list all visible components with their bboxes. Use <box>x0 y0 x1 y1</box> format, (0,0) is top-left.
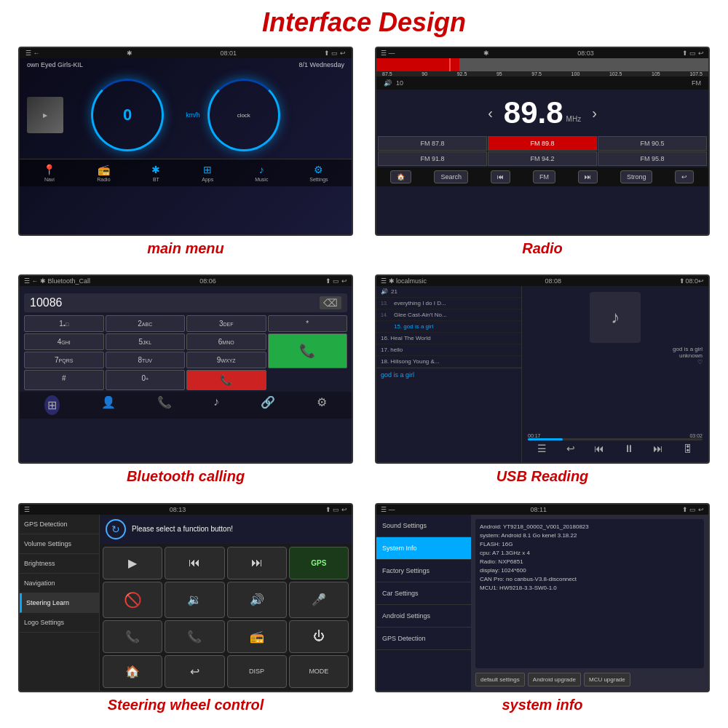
preset-1[interactable]: FM 87.8 <box>378 136 487 151</box>
mm-bottom-nav[interactable]: 📍 Navi 📻 Radio ✱ BT ⊞ Apps <box>20 159 352 186</box>
steer-btn-next[interactable]: ⏭ <box>227 547 287 579</box>
steer-btn-radio[interactable]: 📻 <box>227 620 287 653</box>
usb-play-btn[interactable]: ⏸ <box>624 443 634 454</box>
sysinfo-sidebar-car[interactable]: Car Settings <box>376 582 471 605</box>
steer-btn-play[interactable]: ▶ <box>103 547 162 579</box>
radio-prev-btn[interactable]: ‹ <box>488 105 493 122</box>
bt-key-hash[interactable]: # <box>24 370 104 390</box>
bt-key-end[interactable]: 📞 <box>186 370 266 390</box>
bt-key-6[interactable]: 6MNO <box>186 333 266 350</box>
bt-key-call[interactable]: 📞 <box>268 333 348 368</box>
screen-sysinfo[interactable]: ☰ — 08:11 ⬆ ▭ ↩ Sound Settings System In… <box>375 503 710 692</box>
bt-icon-keypad[interactable]: ⊞ <box>44 395 60 415</box>
steer-btn-disp[interactable]: DISP <box>227 655 287 688</box>
bt-icon-contacts[interactable]: 👤 <box>101 395 116 415</box>
usb-track-18[interactable]: 18. Hillsong Young &... <box>376 356 521 368</box>
sysinfo-mcu-upgrade-btn[interactable]: MCU upgrade <box>584 673 630 687</box>
screen-steering[interactable]: ☰ 08:13 ⬆ ▭ ↩ GPS Detection Volume Setti… <box>18 503 353 692</box>
steer-btn-home[interactable]: 🏠 <box>103 655 162 688</box>
radio-search-btn[interactable]: Search <box>434 170 468 183</box>
mm-nav-radio[interactable]: 📻 Radio <box>97 164 110 182</box>
steer-sidebar-navigation[interactable]: Navigation <box>20 574 99 593</box>
steer-sidebar-steering[interactable]: Steering Learn <box>20 593 99 613</box>
bt-backspace-btn[interactable]: ⌫ <box>320 296 341 309</box>
steer-status-left: ☰ <box>24 506 30 513</box>
steer-sidebar-gps[interactable]: GPS Detection <box>20 515 99 534</box>
steer-sidebar-logo[interactable]: Logo Settings <box>20 613 99 633</box>
preset-2[interactable]: FM 89.8 <box>488 136 597 151</box>
preset-5[interactable]: FM 94.2 <box>488 151 597 166</box>
usb-track-13[interactable]: 13. everything I do I D... <box>376 298 521 309</box>
steer-btn-endcall[interactable]: 📞 <box>165 620 224 653</box>
steer-sidebar-volume[interactable]: Volume Settings <box>20 534 99 554</box>
preset-6[interactable]: FM 95.8 <box>598 151 707 166</box>
preset-3[interactable]: FM 90.5 <box>598 136 707 151</box>
steer-btn-back[interactable]: ↩ <box>165 655 224 688</box>
bt-key-star[interactable]: * <box>268 315 348 332</box>
bt-key-3[interactable]: 3DEF <box>186 315 266 332</box>
mm-nav-bt[interactable]: ✱ BT <box>151 164 160 182</box>
usb-status-right: ⬆08:0↩ <box>679 277 704 285</box>
screen-bluetooth[interactable]: ☰ ← ✱ Bluetooth_Call 08:06 ⬆ ▭ ↩ 10086 ⌫… <box>18 274 353 464</box>
radio-next-track-btn[interactable]: ⏭ <box>578 170 598 183</box>
steer-btn-gps[interactable]: GPS <box>289 547 349 579</box>
bt-key-7[interactable]: 7PQRS <box>24 352 104 368</box>
usb-track-15[interactable]: 15. god is a girl <box>376 321 521 333</box>
screen-usb[interactable]: ☰ ✱ localmusic 08:08 ⬆08:0↩ 🔊 21 13. eve… <box>375 274 710 464</box>
usb-eq-icon[interactable]: 🎛 <box>683 443 693 454</box>
bt-key-1[interactable]: 1ₒ□ <box>24 315 104 332</box>
preset-4[interactable]: FM 91.8 <box>378 151 487 166</box>
steer-sidebar-brightness[interactable]: Brightness <box>20 554 99 574</box>
sysinfo-android-upgrade-btn[interactable]: Android upgrade <box>528 673 581 687</box>
steer-btn-mute[interactable]: 🚫 <box>103 582 162 618</box>
usb-track-17[interactable]: 17. hello <box>376 344 521 356</box>
usb-favorite-icon[interactable]: ♡ <box>673 359 703 365</box>
sysinfo-sidebar-gps[interactable]: GPS Detection <box>376 628 471 650</box>
bt-key-2[interactable]: 2ABC <box>106 315 186 332</box>
bt-key-0[interactable]: 0+ <box>106 370 186 390</box>
steer-btn-mode[interactable]: MODE <box>289 655 349 688</box>
sysinfo-sidebar-android[interactable]: Android Settings <box>376 605 471 628</box>
mm-nav-settings[interactable]: ⚙ Settings <box>309 164 328 182</box>
radio-next-btn[interactable]: › <box>592 105 597 122</box>
radio-strong-btn[interactable]: Strong <box>620 170 653 183</box>
bt-key-8[interactable]: 8TUV <box>106 352 186 368</box>
steer-refresh-icon[interactable]: ↻ <box>106 519 126 539</box>
steer-btn-prev[interactable]: ⏮ <box>165 547 224 579</box>
usb-playlist-icon[interactable]: ☰ <box>537 443 547 454</box>
screen-main-menu[interactable]: ☰ ← ✱ 08:01 ⬆ ▭ ↩ own Eyed Girls-KIL 8/1… <box>18 47 353 236</box>
bt-icon-link[interactable]: 🔗 <box>261 395 275 415</box>
radio-back-btn[interactable]: ↩ <box>675 170 694 183</box>
sysinfo-sidebar-sound[interactable]: Sound Settings <box>376 515 471 537</box>
radio-bt-icon: ✱ <box>483 50 489 57</box>
usb-next-btn[interactable]: ⏭ <box>653 443 663 454</box>
usb-track-16[interactable]: 16. Heal The World <box>376 333 521 344</box>
screen-radio[interactable]: ☰ — ✱ 08:03 ⬆ ▭ ↩ 87.59092.59597.5100102… <box>375 47 710 236</box>
steer-btn-call[interactable]: 📞 <box>103 620 162 653</box>
bt-key-4[interactable]: 4GHI <box>24 333 104 350</box>
mm-nav-music[interactable]: ♪ Music <box>255 164 268 182</box>
sysinfo-sidebar-system[interactable]: System Info <box>376 537 471 560</box>
sysinfo-sidebar-factory[interactable]: Factory Settings <box>376 560 471 582</box>
radio-prev-track-btn[interactable]: ⏮ <box>491 170 510 183</box>
bt-icon-settings[interactable]: ⚙ <box>317 395 327 415</box>
bt-key-9[interactable]: 9WXYZ <box>186 352 266 368</box>
bt-icon-recent[interactable]: 📞 <box>157 395 172 415</box>
usb-track-14[interactable]: 14. Glee Cast-Ain't No... <box>376 309 521 321</box>
usb-prev-btn[interactable]: ⏮ <box>594 443 604 454</box>
radio-home-btn[interactable]: 🏠 <box>390 170 411 183</box>
radio-fm-btn[interactable]: FM <box>533 170 555 183</box>
mm-nav-navi[interactable]: 📍 Navi <box>43 164 55 182</box>
mm-nav-apps[interactable]: ⊞ Apps <box>202 164 213 182</box>
usb-repeat-icon[interactable]: ↩ <box>566 443 575 454</box>
bt-key-5[interactable]: 5JKL <box>106 333 186 350</box>
steer-btn-mic[interactable]: 🎤 <box>289 582 349 618</box>
sysinfo-default-btn[interactable]: default settings <box>475 673 525 687</box>
radio-controls: 🏠 Search ⏮ FM ⏭ Strong ↩ <box>376 167 708 186</box>
bt-number-display: 10086 ⌫ <box>24 293 347 312</box>
sysinfo-status-right: ⬆ ▭ ↩ <box>682 506 704 513</box>
steer-btn-vol-up[interactable]: 🔊 <box>227 582 287 618</box>
bt-icon-music[interactable]: ♪ <box>213 395 219 415</box>
steer-btn-vol-down[interactable]: 🔉 <box>165 582 224 618</box>
steer-btn-power[interactable]: ⏻ <box>289 620 349 653</box>
